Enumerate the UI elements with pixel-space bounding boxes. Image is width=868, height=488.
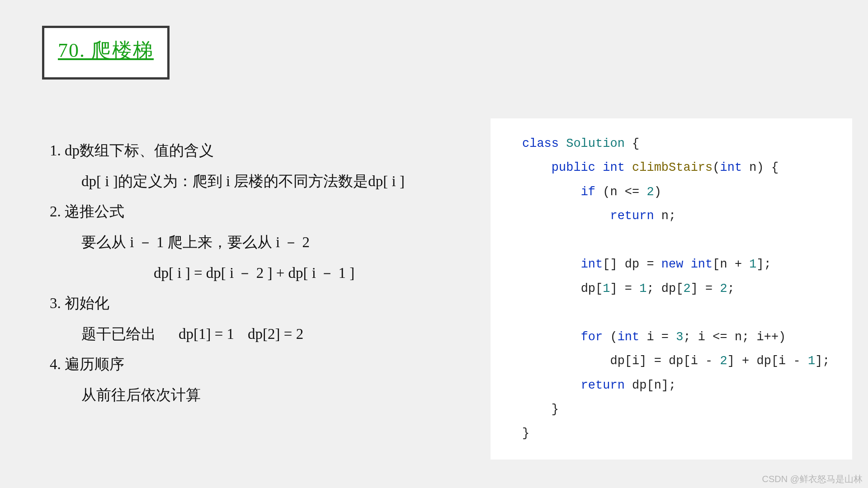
kw-return-2: return	[581, 379, 625, 392]
init-2b: ] =	[691, 282, 720, 296]
num-1c: 1	[639, 282, 646, 296]
problem-title-link[interactable]: 70. 爬楼梯	[58, 39, 154, 61]
sig-close: ) {	[757, 161, 779, 174]
init-1a: dp[	[581, 282, 603, 296]
init-1b: ] =	[610, 282, 639, 296]
ty-int-1: int	[603, 161, 625, 174]
note-l3a: 题干已给出	[81, 326, 156, 342]
ty-int-3: int	[581, 258, 603, 271]
num-2d: 2	[720, 354, 727, 368]
brace-open-1: {	[625, 137, 639, 150]
sig-open: (	[712, 161, 720, 174]
note-l1: dp[ i ]的定义为：爬到 i 层楼的不同方法数是dp[ i ]	[50, 166, 479, 197]
note-h1: 1. dp数组下标、值的含义	[50, 136, 479, 166]
if-cond-close: )	[654, 185, 661, 199]
note-l3: 题干已给出dp[1] = 1dp[2] = 2	[50, 319, 479, 350]
for-i: i =	[639, 330, 676, 344]
ty-int-4: int	[691, 258, 713, 271]
fn-name: climbStairs	[632, 161, 712, 174]
num-2b: 2	[683, 282, 690, 296]
ty-int-2: int	[720, 161, 742, 174]
title-box: 70. 爬楼梯	[42, 26, 170, 80]
kw-return-1: return	[610, 209, 654, 223]
param-n: n	[749, 161, 756, 174]
note-h2: 2. 递推公式	[50, 197, 479, 227]
loop-body-1: dp[i] = dp[i -	[610, 354, 720, 368]
note-l2a: 要么从 i － 1 爬上来，要么从 i － 2	[50, 227, 479, 258]
for-cond: ; i <= n; i++)	[683, 330, 786, 344]
code-block: class Solution { public int climbStairs(…	[491, 118, 852, 460]
if-cond-open: (n <=	[595, 185, 646, 199]
kw-for: for	[581, 330, 603, 344]
init-semi: ; dp[	[646, 282, 683, 296]
loop-body-2: ] + dp[i -	[727, 354, 808, 368]
ty-int-5: int	[618, 330, 640, 344]
kw-if: if	[581, 185, 595, 199]
ret-n: n;	[654, 209, 676, 223]
loop-body-3: ];	[815, 354, 830, 368]
notes-block: 1. dp数组下标、值的含义 dp[ i ]的定义为：爬到 i 层楼的不同方法数…	[50, 136, 479, 411]
init-end: ;	[727, 282, 735, 296]
for-open: (	[603, 330, 617, 344]
kw-public: public	[552, 161, 595, 174]
brace-close-outer: }	[522, 427, 529, 440]
num-1a: 1	[749, 258, 756, 271]
arr-decl-1: [] dp =	[603, 258, 661, 271]
num-2c: 2	[720, 282, 727, 296]
note-h3: 3. 初始化	[50, 288, 479, 319]
num-1d: 1	[808, 354, 815, 368]
watermark: CSDN @鲜衣怒马是山林	[762, 473, 863, 485]
brace-close-inner: }	[552, 403, 559, 416]
note-l3b: dp[1] = 1	[179, 326, 234, 342]
note-l2b: dp[ i ] = dp[ i － 2 ] + dp[ i － 1 ]	[50, 258, 479, 289]
arr-decl-2: [n +	[712, 258, 749, 271]
kw-new: new	[661, 258, 684, 271]
num-2a: 2	[646, 185, 654, 199]
arr-decl-3: ];	[757, 258, 771, 271]
cls-name: Solution	[566, 137, 625, 150]
kw-class: class	[522, 137, 559, 150]
note-l3c: dp[2] = 2	[248, 326, 303, 342]
note-h4: 4. 遍历顺序	[50, 349, 479, 380]
num-1b: 1	[603, 282, 610, 296]
ret-dp: dp[n];	[625, 379, 676, 392]
note-l4: 从前往后依次计算	[50, 380, 479, 411]
num-3: 3	[676, 330, 683, 344]
